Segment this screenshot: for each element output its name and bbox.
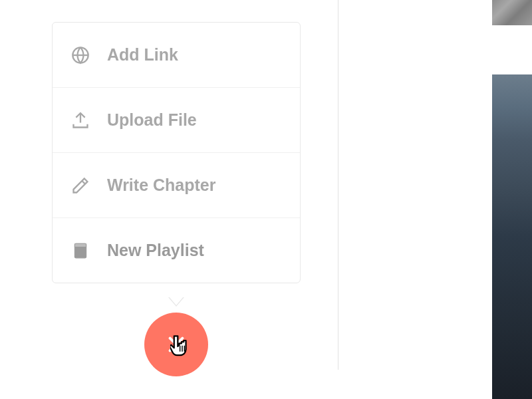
- add-menu-popup: Add Link Upload File Write Chapter New P…: [52, 22, 301, 283]
- menu-item-upload-file[interactable]: Upload File: [53, 88, 300, 153]
- content-thumbnail: [492, 0, 532, 25]
- upload-icon: [71, 111, 90, 130]
- column-divider: [338, 0, 338, 370]
- popup-tail: [168, 297, 184, 307]
- menu-item-label: Upload File: [107, 110, 197, 130]
- close-icon: [166, 334, 187, 355]
- globe-icon: [71, 46, 90, 65]
- svg-line-2: [82, 181, 85, 184]
- book-icon: [71, 241, 90, 260]
- menu-item-new-playlist[interactable]: New Playlist: [53, 218, 300, 283]
- menu-item-write-chapter[interactable]: Write Chapter: [53, 153, 300, 218]
- menu-item-add-link[interactable]: Add Link: [53, 23, 300, 88]
- menu-item-label: Write Chapter: [107, 176, 215, 195]
- svg-rect-4: [74, 243, 86, 247]
- content-thumbnail: [492, 74, 532, 399]
- pencil-icon: [71, 176, 90, 195]
- close-fab-button[interactable]: [144, 313, 208, 376]
- menu-item-label: Add Link: [107, 45, 178, 65]
- menu-item-label: New Playlist: [107, 241, 204, 260]
